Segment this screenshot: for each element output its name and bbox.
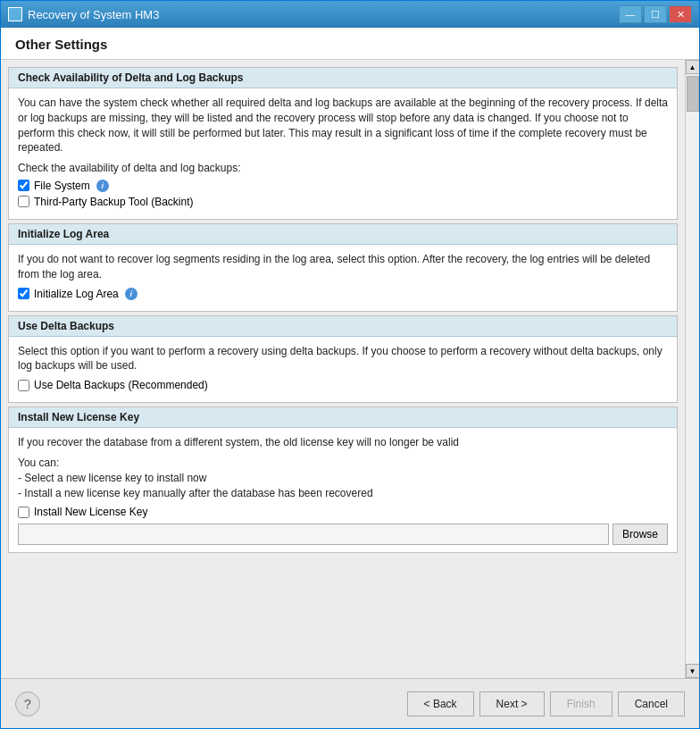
init-log-description: If you do not want to recover log segmen… — [18, 252, 668, 282]
cancel-button[interactable]: Cancel — [618, 691, 685, 716]
license-key-input[interactable] — [18, 524, 609, 545]
section-license-key-body: If you recover the database from a diffe… — [9, 428, 677, 552]
page-header: Other Settings — [1, 28, 699, 60]
close-button[interactable]: ✕ — [669, 5, 692, 23]
scrollbar: ▲ ▼ — [685, 60, 699, 678]
use-delta-label: Use Delta Backups (Recommended) — [34, 379, 208, 391]
file-system-row: File System i — [18, 180, 668, 192]
section-delta-log-body: You can have the system check whether al… — [9, 88, 677, 219]
third-party-row: Third-Party Backup Tool (Backint) — [18, 196, 668, 208]
delta-log-description: You can have the system check whether al… — [18, 96, 668, 155]
section-delta-backups: Use Delta Backups Select this option if … — [8, 315, 678, 404]
scroll-thumb[interactable] — [687, 76, 699, 112]
title-bar-left: Recovery of System HM3 — [8, 7, 159, 21]
maximize-button[interactable]: ☐ — [644, 5, 667, 23]
file-system-checkbox[interactable] — [18, 180, 29, 191]
init-log-row: Initialize Log Area i — [18, 288, 668, 300]
init-log-area-label: Initialize Log Area — [34, 288, 119, 300]
use-delta-checkbox[interactable] — [18, 380, 29, 391]
title-bar: Recovery of System HM3 — ☐ ✕ — [1, 1, 699, 28]
footer-buttons: < Back Next > Finish Cancel — [407, 691, 685, 716]
third-party-checkbox[interactable] — [18, 196, 29, 207]
license-input-row: Browse — [18, 524, 668, 545]
section-delta-log-header: Check Availability of Delta and Log Back… — [9, 68, 677, 88]
install-license-label: Install New License Key — [34, 506, 147, 518]
section-init-log: Initialize Log Area If you do not want t… — [8, 223, 678, 312]
browse-button[interactable]: Browse — [612, 524, 668, 545]
next-button[interactable]: Next > — [479, 691, 545, 716]
main-window: Recovery of System HM3 — ☐ ✕ Other Setti… — [0, 0, 700, 729]
section-delta-backups-header: Use Delta Backups — [9, 316, 677, 337]
delta-log-sublabel: Check the availability of delta and log … — [18, 161, 668, 176]
init-log-info-icon[interactable]: i — [125, 288, 138, 300]
window-title: Recovery of System HM3 — [28, 8, 159, 21]
install-license-checkbox[interactable] — [18, 507, 29, 518]
license-key-description-2: You can:- Select a new license key to in… — [18, 456, 668, 500]
footer: ? < Back Next > Finish Cancel — [1, 678, 699, 728]
scroll-down-button[interactable]: ▼ — [686, 664, 700, 678]
section-init-log-body: If you do not want to recover log segmen… — [9, 245, 677, 311]
section-delta-backups-body: Select this option if you want to perfor… — [9, 337, 677, 403]
app-icon — [8, 7, 22, 21]
section-license-key-header: Install New License Key — [9, 407, 677, 428]
section-init-log-header: Initialize Log Area — [9, 224, 677, 245]
delta-backups-description: Select this option if you want to perfor… — [18, 344, 668, 374]
minimize-button[interactable]: — — [619, 5, 642, 23]
scroll-up-button[interactable]: ▲ — [686, 60, 700, 74]
page-title: Other Settings — [15, 37, 685, 52]
content-area: Check Availability of Delta and Log Back… — [1, 60, 699, 678]
license-key-description-1: If you recover the database from a diffe… — [18, 435, 668, 450]
title-buttons: — ☐ ✕ — [619, 5, 692, 23]
use-delta-row: Use Delta Backups (Recommended) — [18, 379, 668, 391]
finish-button[interactable]: Finish — [550, 691, 612, 716]
init-log-area-checkbox[interactable] — [18, 288, 29, 299]
main-panel[interactable]: Check Availability of Delta and Log Back… — [1, 60, 685, 678]
file-system-label: File System — [34, 180, 90, 192]
file-system-info-icon[interactable]: i — [96, 180, 109, 192]
install-license-row: Install New License Key — [18, 506, 668, 518]
third-party-label: Third-Party Backup Tool (Backint) — [34, 196, 194, 208]
help-button[interactable]: ? — [15, 691, 40, 716]
back-button[interactable]: < Back — [407, 691, 474, 716]
section-license-key: Install New License Key If you recover t… — [8, 406, 678, 553]
section-delta-log: Check Availability of Delta and Log Back… — [8, 67, 678, 220]
